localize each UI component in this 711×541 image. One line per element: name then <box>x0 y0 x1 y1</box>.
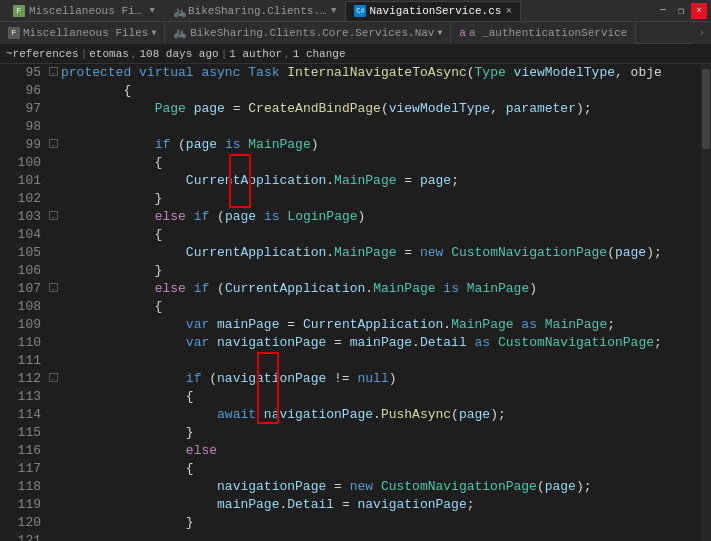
collapse-indicator <box>45 172 61 190</box>
tab-close-btn[interactable]: × <box>505 5 512 17</box>
table-row: } <box>61 262 701 280</box>
file-tab-misc-arrow[interactable]: ▼ <box>151 28 156 37</box>
tab-misc[interactable]: F Miscellaneous Files ▼ <box>4 1 164 21</box>
collapse-indicator[interactable]: - <box>45 280 61 298</box>
vertical-scrollbar[interactable] <box>701 64 711 541</box>
line-content: await navigationPage.PushAsync(page); <box>61 406 506 424</box>
close-button[interactable]: × <box>691 3 707 19</box>
table-row: var mainPage = CurrentApplication.MainPa… <box>61 316 701 334</box>
line-content: mainPage.Detail = navigationPage; <box>61 496 475 514</box>
line-content: else if (page is LoginPage) <box>61 208 365 226</box>
scrollbar-thumb[interactable] <box>702 69 710 149</box>
line-content: else <box>61 442 217 460</box>
table-row: { <box>61 154 701 172</box>
editor-container: 9596979899100101102103104105106107108109… <box>0 64 711 541</box>
line-content: { <box>61 298 162 316</box>
line-content: var navigationPage = mainPage.Detail as … <box>61 334 662 352</box>
collapse-indicator <box>45 262 61 280</box>
line-number-gutter: 9596979899100101102103104105106107108109… <box>0 64 45 541</box>
file-tab-bike-arrow[interactable]: ▼ <box>437 28 442 37</box>
table-row: } <box>61 190 701 208</box>
line-number: 99 <box>0 136 41 154</box>
file-tab-misc-label: Miscellaneous Files <box>23 27 148 39</box>
table-row: else if (CurrentApplication.MainPage is … <box>61 280 701 298</box>
table-row: protected virtual async Task InternalNav… <box>61 64 701 82</box>
table-row: else if (page is LoginPage) <box>61 208 701 226</box>
ide-window: F Miscellaneous Files ▼ 🚲 BikeSharing.Cl… <box>0 0 711 541</box>
code-area[interactable]: protected virtual async Task InternalNav… <box>61 64 701 541</box>
line-number: 108 <box>0 298 41 316</box>
collapse-indicator <box>45 118 61 136</box>
tab-misc-label: Miscellaneous Files <box>29 5 147 17</box>
file-tab-auth[interactable]: a a _authenticationService <box>451 22 636 44</box>
file-tab-auth-label: a _authenticationService <box>469 27 627 39</box>
line-content: { <box>61 82 131 100</box>
line-content <box>61 352 69 370</box>
collapse-indicator[interactable]: - <box>45 208 61 226</box>
collapse-indicator <box>45 352 61 370</box>
scrollbar-right-btn[interactable]: › <box>692 22 711 44</box>
table-row: { <box>61 460 701 478</box>
line-number: 102 <box>0 190 41 208</box>
line-content <box>61 118 69 136</box>
line-number: 111 <box>0 352 41 370</box>
collapse-indicator[interactable]: - <box>45 370 61 388</box>
collapse-indicator <box>45 478 61 496</box>
tab-bikesharing[interactable]: 🚲 BikeSharing.Clients.Core.Services.Nav … <box>164 1 345 21</box>
tab-bikesharing-arrow[interactable]: ▼ <box>331 6 336 16</box>
code-lines: protected virtual async Task InternalNav… <box>61 64 701 541</box>
line-content: { <box>61 460 194 478</box>
table-row: if (navigationPage != null) <box>61 370 701 388</box>
breadcrumb-sep2: , <box>131 48 138 60</box>
line-content: if (page is MainPage) <box>61 136 319 154</box>
collapse-indicator <box>45 316 61 334</box>
cs-icon: C# <box>354 5 366 17</box>
line-content: { <box>61 388 194 406</box>
table-row: if (page is MainPage) <box>61 136 701 154</box>
line-number: 120 <box>0 514 41 532</box>
table-row: Page page = CreateAndBindPage(viewModelT… <box>61 100 701 118</box>
line-number: 104 <box>0 226 41 244</box>
collapse-indicator <box>45 514 61 532</box>
collapse-indicator <box>45 154 61 172</box>
breadcrumb-sep1: | <box>81 48 88 60</box>
table-row <box>61 118 701 136</box>
line-content: } <box>61 424 194 442</box>
collapse-indicator[interactable]: - <box>45 136 61 154</box>
auth-icon: a <box>459 27 466 39</box>
line-content: protected virtual async Task InternalNav… <box>61 64 662 82</box>
line-number: 110 <box>0 334 41 352</box>
breadcrumb-time: 108 days ago <box>139 48 218 60</box>
breadcrumb-sep4: , <box>284 48 291 60</box>
table-row: { <box>61 82 701 100</box>
table-row: { <box>61 388 701 406</box>
table-row: navigationPage = new CustomNavigationPag… <box>61 478 701 496</box>
line-number: 100 <box>0 154 41 172</box>
line-number: 101 <box>0 172 41 190</box>
tab-navservice[interactable]: C# NavigationService.cs × <box>345 1 521 21</box>
line-number: 96 <box>0 82 41 100</box>
table-row: { <box>61 226 701 244</box>
line-content: CurrentApplication.MainPage = page; <box>61 172 459 190</box>
line-content: navigationPage = new CustomNavigationPag… <box>61 478 592 496</box>
line-content: var mainPage = CurrentApplication.MainPa… <box>61 316 615 334</box>
table-row: { <box>61 298 701 316</box>
collapse-indicator <box>45 298 61 316</box>
tab-misc-arrow[interactable]: ▼ <box>150 6 155 16</box>
table-row: CurrentApplication.MainPage = new Custom… <box>61 244 701 262</box>
file-tab-bike-label: BikeSharing.Clients.Core.Services.Nav <box>190 27 434 39</box>
line-number: 103 <box>0 208 41 226</box>
restore-button[interactable]: ❐ <box>673 3 689 19</box>
tab-bikesharing-label: BikeSharing.Clients.Core.Services.Nav <box>188 5 328 17</box>
file-tab-bikesharing[interactable]: 🚲 BikeSharing.Clients.Core.Services.Nav … <box>165 22 451 44</box>
file-tab-misc[interactable]: F Miscellaneous Files ▼ <box>0 22 165 44</box>
tab-navservice-label: NavigationService.cs <box>369 5 501 17</box>
collapse-indicator[interactable]: - <box>45 64 61 82</box>
minimize-button[interactable]: ─ <box>655 3 671 19</box>
table-row: } <box>61 514 701 532</box>
collapse-indicator <box>45 406 61 424</box>
table-row: CurrentApplication.MainPage = page; <box>61 172 701 190</box>
bike-icon: 🚲 <box>173 5 185 17</box>
breadcrumb-changes: 1 change <box>293 48 346 60</box>
line-content: else if (CurrentApplication.MainPage is … <box>61 280 537 298</box>
